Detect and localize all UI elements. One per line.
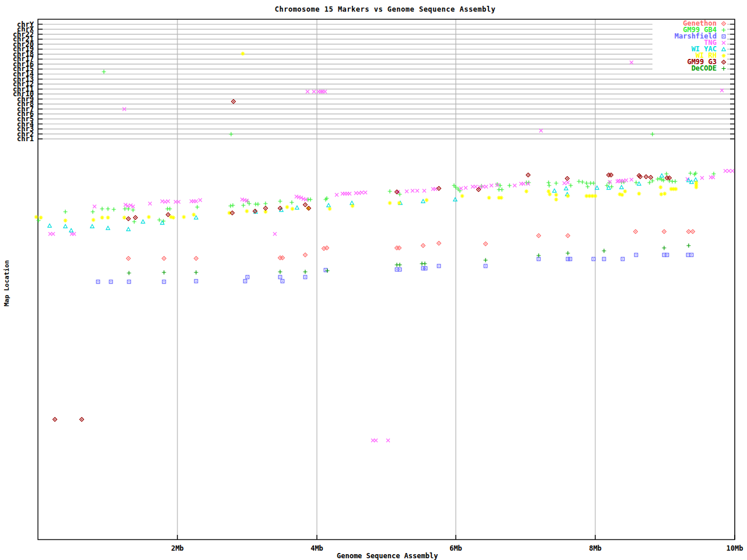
data-point-gm99-gb4 <box>102 70 106 74</box>
data-point-tng <box>459 187 463 190</box>
data-point-tng <box>148 202 152 205</box>
data-point-wi-yac <box>90 225 94 228</box>
data-point-tng <box>727 169 731 173</box>
data-point-marshfield <box>537 257 540 261</box>
legend-marker-icon <box>720 40 727 46</box>
legend-marker-icon <box>720 65 727 72</box>
data-point-tng <box>198 198 202 202</box>
data-point-gm99-g3 <box>166 213 170 217</box>
data-point-gm99-gb4 <box>290 201 294 205</box>
data-point-gm99-g3 <box>437 187 441 191</box>
data-point-gm99-g3 <box>264 206 268 211</box>
data-point-gm99-gb4 <box>547 181 551 185</box>
data-point-tng <box>608 180 612 184</box>
data-point-gm99-gb4 <box>264 202 268 206</box>
data-point-gm99-gb4 <box>388 190 392 194</box>
data-point-tng <box>364 191 367 194</box>
data-point-tng <box>405 190 409 193</box>
data-point-marshfield <box>194 279 198 283</box>
data-point-tng <box>434 187 437 191</box>
data-point-tng <box>416 189 419 192</box>
legend-marker-icon <box>720 52 727 59</box>
data-point-gm99-gb4 <box>581 180 585 184</box>
data-point-marshfield <box>568 257 572 261</box>
data-point-tng <box>464 186 467 190</box>
data-point-gm99-g3 <box>127 217 131 221</box>
data-point-tng <box>51 232 55 236</box>
data-point-genethon <box>484 242 488 246</box>
data-point-wi-rh <box>674 187 678 191</box>
data-point-gm99-gb4 <box>586 185 590 189</box>
data-point-decode <box>484 258 488 262</box>
data-point-wi-yac <box>453 198 457 201</box>
data-point-gm99-gb4 <box>229 132 233 136</box>
series-marshfield <box>96 253 693 284</box>
data-point-gm99-g3 <box>566 177 570 181</box>
data-point-tng <box>722 41 725 45</box>
data-point-gm99-g3 <box>526 173 530 177</box>
legend-marker-icon <box>720 27 727 33</box>
data-point-decode <box>127 271 131 275</box>
data-point-marshfield <box>162 280 166 284</box>
data-point-wi-yac <box>106 226 110 230</box>
data-point-gm99-gb4 <box>127 207 131 211</box>
data-point-wi-yac <box>564 187 568 190</box>
data-point-tng <box>731 169 734 173</box>
data-point-tng <box>624 178 628 182</box>
legend-marker-icon <box>720 20 727 27</box>
data-point-wi-yac <box>141 220 145 223</box>
data-point-wi-rh <box>663 192 667 196</box>
legend: GenethonGM99 GB4MarshfieldTNGWI YACWI RH… <box>652 20 727 72</box>
plot-frame <box>38 19 735 540</box>
data-point-marshfield <box>127 280 131 284</box>
data-point-gm99-gb4 <box>256 202 260 206</box>
data-point-wi-rh <box>228 211 232 215</box>
data-point-tng <box>273 232 277 236</box>
data-point-wi-yac <box>295 206 299 209</box>
data-point-wi-yac <box>620 186 623 189</box>
data-point-genethon <box>566 234 570 238</box>
data-point-gm99-gb4 <box>37 219 41 223</box>
data-point-gm99-gb4 <box>112 208 116 212</box>
data-point-wi-rh <box>722 54 726 58</box>
data-point-tng <box>616 180 619 183</box>
data-point-gm99-gb4 <box>689 172 693 176</box>
series-gm99-g3 <box>53 100 672 422</box>
legend-item-decode: DeCODE <box>652 65 727 72</box>
data-point-genethon <box>634 230 638 234</box>
data-point-genethon <box>722 22 726 26</box>
data-point-decode <box>423 262 427 266</box>
data-point-wi-rh <box>241 52 245 56</box>
data-point-marshfield <box>722 35 725 38</box>
data-point-gm99-gb4 <box>651 132 655 136</box>
data-point-tng <box>335 193 338 197</box>
data-point-wi-rh <box>623 190 627 194</box>
data-point-gm99-gb4 <box>577 180 581 184</box>
data-point-tng <box>323 90 327 93</box>
series-tng <box>48 61 734 442</box>
data-point-decode <box>326 269 330 273</box>
data-point-tng <box>490 184 493 187</box>
data-point-marshfield <box>303 275 307 279</box>
x-tick-label: 6Mb <box>449 544 462 552</box>
data-point-tng <box>563 181 566 185</box>
data-point-marshfield <box>690 253 693 257</box>
data-point-marshfield <box>566 257 570 261</box>
data-point-wi-rh <box>92 218 96 222</box>
data-point-genethon <box>162 257 166 261</box>
data-point-gm99-gb4 <box>585 181 589 186</box>
chromosome-label: chr1 <box>17 135 34 143</box>
data-point-wi-rh <box>425 198 429 202</box>
data-point-marshfield <box>421 267 425 270</box>
x-tick-label: 10Mb <box>727 544 743 552</box>
data-point-tng <box>539 129 543 132</box>
data-point-gm99-gb4 <box>196 205 200 209</box>
data-point-tng <box>348 192 351 195</box>
data-point-wi-rh <box>39 216 43 220</box>
data-point-tng <box>306 90 309 93</box>
data-point-decode <box>687 244 691 248</box>
data-point-gm99-g3 <box>649 176 653 180</box>
data-point-tng <box>374 439 378 442</box>
data-point-tng <box>724 169 727 173</box>
x-tick-label: 8Mb <box>589 544 602 552</box>
